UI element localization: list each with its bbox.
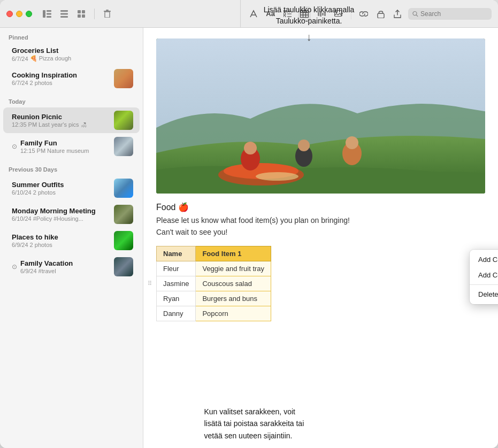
table-container: ⠿ Name Food Item 1 FleurVeggie and fruit… [156,246,271,321]
svg-rect-8 [82,10,85,13]
svg-rect-4 [60,10,68,12]
context-menu: Add Column BeforeAdd Column AfterDelete … [470,250,498,304]
svg-rect-11 [106,10,109,11]
table-cell-food-0: Veggie and fruit tray [196,261,271,276]
note-content: Food 🍎 Please let us know what food item… [143,28,498,334]
context-menu-item-add-before[interactable]: Add Column Before [470,252,498,267]
search-bar[interactable] [408,8,492,20]
svg-point-30 [335,11,337,13]
svg-rect-26 [320,11,321,17]
food-section-title: Food 🍎 [156,202,485,212]
compose-button[interactable] [247,6,260,21]
summer-thumb [114,179,133,198]
maximize-button[interactable] [26,11,32,17]
titlebar: Aa [0,0,498,28]
svg-rect-2 [47,13,51,14]
svg-point-43 [256,172,298,181]
context-menu-item-delete-col[interactable]: Delete Column [470,287,498,302]
svg-rect-29 [334,10,341,16]
svg-rect-20 [301,10,309,17]
list-view-button[interactable] [58,6,71,21]
svg-rect-25 [318,12,319,16]
search-icon [412,11,418,17]
close-button[interactable] [6,11,13,17]
sidebar-item-family-fun[interactable]: ⊙ Family Fun 12:15 PM Nature museum [3,134,140,159]
sidebar-item-cooking[interactable]: Cooking Inspiration 6/7/24 2 photos [3,66,140,91]
table-row: FleurVeggie and fruit tray [157,261,271,276]
lock-button[interactable] [374,6,387,21]
app-window: Aa [0,0,498,448]
table-row: DannyPopcorn [157,306,271,321]
sidebar-toggle-button[interactable] [41,6,53,21]
svg-point-14 [284,10,286,12]
cooking-thumb [114,69,133,88]
table-row: JasmineCouscous salad [157,276,271,291]
share-button[interactable] [391,6,404,21]
audio-button[interactable] [315,6,328,21]
svg-rect-3 [47,16,51,18]
sidebar-item-reunion[interactable]: Reunion Picnic 12:35 PM Last year's pics… [3,107,140,133]
svg-rect-13 [105,12,110,18]
sidebar: Pinned Groceries List 6/7/24 🍕 Pizza dou… [0,28,143,448]
svg-rect-0 [43,10,45,18]
vacation-shared-icon: ⊙ [12,263,17,271]
hike-thumb [114,231,133,250]
table-cell-food-2: Burgers and buns [196,291,271,306]
traffic-lights [6,11,32,17]
table-cell-name-2: Ryan [157,291,196,306]
svg-point-15 [284,13,286,15]
table-cell-name-0: Fleur [157,261,196,276]
media-button[interactable] [332,6,345,21]
svg-line-33 [416,14,418,16]
table-row: RyanBurgers and buns [157,291,271,306]
context-menu-item-add-after[interactable]: Add Column After [470,267,498,283]
svg-point-42 [346,136,358,149]
monday-thumb [114,205,133,224]
pinned-section-header: Pinned [0,28,143,43]
svg-rect-31 [378,13,384,18]
link-button[interactable] [357,6,370,21]
table-cell-name-3: Danny [157,306,196,321]
shared-icon: ⊙ [12,143,17,150]
sidebar-item-summer[interactable]: Summer Outfits 6/10/24 2 photos [3,175,140,201]
hero-image [156,38,485,194]
grid-view-button[interactable] [75,6,88,21]
search-input[interactable] [420,10,487,18]
table-cell-food-1: Couscous salad [196,276,271,291]
today-section-header: Today [0,92,143,107]
table-cell-food-3: Popcorn [196,306,271,321]
table-button[interactable] [298,6,311,21]
svg-point-16 [284,16,286,17]
previous-section-header: Previous 30 Days [0,160,143,175]
sidebar-item-monday[interactable]: Monday Morning Meeting 6/10/24 #Policy #… [3,202,140,227]
svg-point-40 [298,140,310,151]
svg-rect-10 [82,14,85,18]
sidebar-item-vacation[interactable]: ⊙ Family Vacation 6/9/24 #travel [3,254,140,280]
svg-rect-28 [324,12,326,16]
note-area: Food 🍎 Please let us know what food item… [143,28,498,448]
family-fun-thumb [114,137,133,156]
svg-point-38 [244,142,257,155]
svg-rect-6 [60,16,68,18]
main-content: Pinned Groceries List 6/7/24 🍕 Pizza dou… [0,28,498,448]
sidebar-item-hike[interactable]: Places to hike 6/9/24 2 photos [3,228,140,253]
delete-button[interactable] [101,6,113,21]
food-table: Name Food Item 1 FleurVeggie and fruit t… [156,246,271,321]
col1-header: Name [157,246,196,261]
svg-rect-1 [47,10,51,12]
minimize-button[interactable] [16,11,22,17]
svg-rect-9 [78,14,81,18]
format-button[interactable]: Aa [264,6,277,21]
food-text: Please let us know what food item(s) you… [156,214,485,238]
svg-rect-7 [78,10,81,13]
table-cell-name-1: Jasmine [157,276,196,291]
checklist-button[interactable] [281,6,294,21]
svg-rect-27 [322,13,324,16]
sidebar-item-groceries[interactable]: Groceries List 6/7/24 🍕 Pizza dough [3,43,140,65]
context-menu-divider [470,284,498,285]
table-drag-handle[interactable]: ⠿ [148,280,152,287]
col2-header: Food Item 1 [196,246,271,261]
svg-rect-5 [60,13,68,14]
vacation-thumb [114,257,133,276]
reunion-thumb [114,111,133,130]
